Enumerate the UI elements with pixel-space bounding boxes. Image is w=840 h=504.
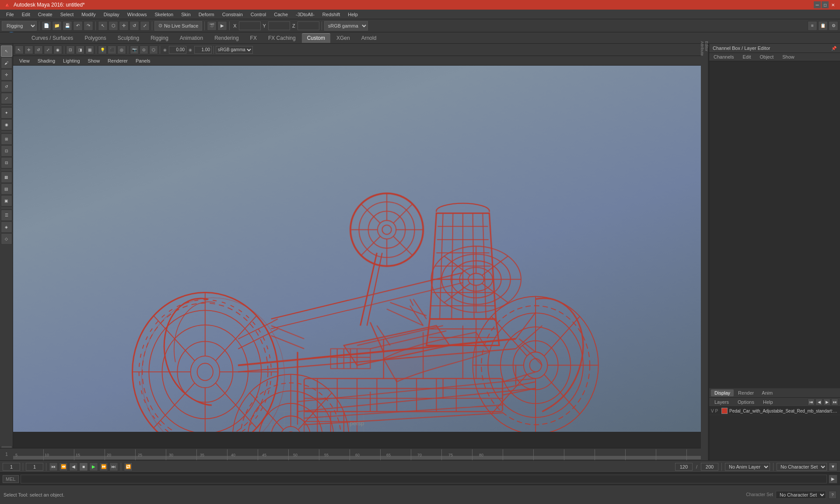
vp-textured-btn[interactable]: ▦ <box>85 46 94 54</box>
vp-menu-panels[interactable]: Panels <box>132 57 154 64</box>
menu-cache[interactable]: Cache <box>270 11 291 18</box>
tab-fx-caching[interactable]: FX Caching <box>263 33 301 43</box>
mode-dropdown[interactable]: Rigging <box>2 21 37 31</box>
attr-editor-side-btn[interactable]: Attribute Editor <box>701 46 707 52</box>
undo-button[interactable]: ↶ <box>73 21 83 31</box>
menu-skeleton[interactable]: Skeleton <box>151 11 177 18</box>
menu-help[interactable]: Help <box>344 11 361 18</box>
char-set-menu-btn[interactable]: ▼ <box>829 462 837 471</box>
rotate-button[interactable]: ↺ <box>130 21 139 31</box>
char-set-select[interactable]: No Character Set <box>777 463 827 471</box>
menu-windows[interactable]: Windows <box>124 11 150 18</box>
layer-nav-prev[interactable]: ◀ <box>816 399 822 406</box>
layer-nav-end[interactable]: ⏭ <box>831 399 838 406</box>
tab-rigging[interactable]: Rigging <box>145 33 174 43</box>
vp-gamma-select[interactable]: sRGB gamma <box>216 46 253 54</box>
menu-select[interactable]: Select <box>57 11 77 18</box>
soft-select-button[interactable]: ◉ <box>1 119 12 130</box>
vp-xray-btn[interactable]: ⬡ <box>149 46 158 54</box>
mel-label[interactable]: MEL <box>3 475 19 483</box>
anim-layer-button[interactable]: ▣ <box>1 195 12 206</box>
select-mode-button[interactable]: ↖ <box>1 46 12 57</box>
play-stop-button[interactable]: ■ <box>79 462 88 471</box>
menu-control[interactable]: Control <box>247 11 270 18</box>
maximize-button[interactable]: □ <box>822 1 829 8</box>
step-back-button[interactable]: ⏪ <box>59 462 68 471</box>
play-back-button[interactable]: ◀ <box>69 462 78 471</box>
titlebar-controls[interactable]: ─ □ ✕ <box>814 1 836 8</box>
scale-button[interactable]: ⤢ <box>140 21 150 31</box>
menu-edit[interactable]: Edit <box>18 11 34 18</box>
redo-button[interactable]: ↷ <box>84 21 93 31</box>
menu-3dto[interactable]: -3DtoAll- <box>292 11 318 18</box>
y-field[interactable] <box>268 21 290 30</box>
new-file-button[interactable]: 📄 <box>42 21 51 31</box>
vp-menu-renderer[interactable]: Renderer <box>104 57 131 64</box>
menu-create[interactable]: Create <box>35 11 56 18</box>
anim-layer-select[interactable]: No Anim Layer <box>725 463 770 471</box>
tab-polygons[interactable]: Polygons <box>79 33 111 43</box>
menu-skin[interactable]: Skin <box>178 11 194 18</box>
range-end-field[interactable] <box>701 463 718 471</box>
channelbox-tab-edit[interactable]: Edit <box>738 53 755 61</box>
vp-rotate-btn[interactable]: ↺ <box>34 46 43 54</box>
vp-value-left[interactable] <box>169 46 186 54</box>
vp-menu-show[interactable]: Show <box>84 57 104 64</box>
loop-button[interactable]: 🔁 <box>124 462 133 471</box>
layer-tab-anim[interactable]: Anim <box>758 389 776 396</box>
channel-box-toggle[interactable]: ≡ <box>808 21 817 31</box>
snap-to-grid[interactable]: ⊟ <box>1 157 12 168</box>
lasso-button[interactable]: ⬡ <box>108 21 118 31</box>
move-button[interactable]: ✛ <box>119 21 129 31</box>
layer-options-help[interactable]: Help <box>760 399 777 406</box>
start-frame-field[interactable] <box>26 463 43 471</box>
play-forward-button[interactable]: ▶ <box>89 462 98 471</box>
vp-soft-btn[interactable]: ◉ <box>53 46 62 54</box>
vp-ao-btn[interactable]: ◎ <box>117 46 126 54</box>
vp-select-btn[interactable]: ↖ <box>15 46 24 54</box>
vp-move-btn[interactable]: ✛ <box>24 46 33 54</box>
vp-camera-btn[interactable]: 📷 <box>130 46 139 54</box>
ipr-button[interactable]: ▶ <box>217 21 227 31</box>
statusbar-help-btn[interactable]: ? <box>829 491 836 499</box>
vp-wireframe-btn[interactable]: ⊡ <box>66 46 75 54</box>
render-layer-button[interactable]: ▤ <box>1 183 12 195</box>
vp-shaded-btn[interactable]: ◨ <box>76 46 84 54</box>
tool-settings-toggle[interactable]: ⚙ <box>829 21 838 31</box>
tab-fx[interactable]: FX <box>245 33 262 43</box>
vp-value-right[interactable] <box>194 46 212 54</box>
tab-curves-surfaces[interactable]: Curves / Surfaces <box>26 33 78 43</box>
vp-menu-shading[interactable]: Shading <box>34 57 59 64</box>
vp-light-btn[interactable]: 💡 <box>98 46 107 54</box>
step-forward-button[interactable]: ⏩ <box>99 462 108 471</box>
layer-nav-next[interactable]: ▶ <box>823 399 830 406</box>
end-frame-field[interactable] <box>675 463 693 471</box>
vp-isolate-btn[interactable]: ⊙ <box>140 46 148 54</box>
layer-tab-render[interactable]: Render <box>735 389 757 396</box>
go-start-button[interactable]: ⏮ <box>49 462 58 471</box>
gamma-select[interactable]: sRGB gamma <box>324 21 368 31</box>
node-editor-button[interactable]: ◇ <box>1 233 12 245</box>
menu-display[interactable]: Display <box>100 11 123 18</box>
menu-redshift[interactable]: Redshift <box>319 11 343 18</box>
menu-modify[interactable]: Modify <box>78 11 99 18</box>
layer-nav-start[interactable]: ⏮ <box>808 399 815 406</box>
tab-animation[interactable]: Animation <box>175 33 208 43</box>
menu-constrain[interactable]: Constrain <box>219 11 246 18</box>
layer-options-layers[interactable]: Layers <box>711 399 732 406</box>
mel-run-btn[interactable]: ▶ <box>829 475 837 483</box>
universal-manip-button[interactable]: ✦ <box>1 107 12 119</box>
channelbox-tab-show[interactable]: Show <box>778 53 799 61</box>
vp-shadow-btn[interactable]: ⬛ <box>108 46 116 54</box>
layer-vp[interactable]: V P <box>711 409 720 413</box>
z-field[interactable] <box>298 21 319 30</box>
timeline-track[interactable]: 5 10 15 20 25 30 35 40 45 50 55 60 65 70… <box>13 448 701 460</box>
scale-tool-button[interactable]: ⤢ <box>1 93 12 104</box>
outliner-button[interactable]: ☰ <box>1 210 12 221</box>
open-file-button[interactable]: 📁 <box>52 21 62 31</box>
display-layer-button[interactable]: ▦ <box>1 172 12 183</box>
layer-tab-display[interactable]: Display <box>711 389 734 396</box>
tab-xgen[interactable]: XGen <box>331 33 355 43</box>
render-button[interactable]: 🎬 <box>207 21 217 31</box>
save-file-button[interactable]: 💾 <box>63 21 72 31</box>
